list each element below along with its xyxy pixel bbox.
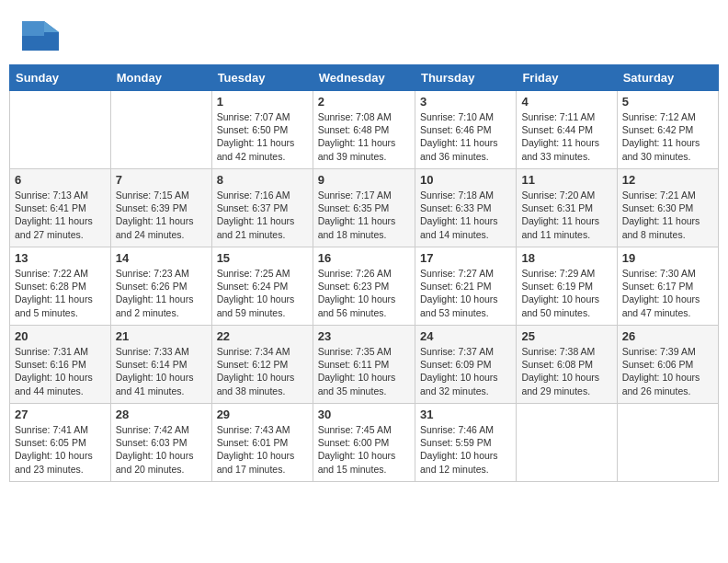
- daylight-text: Daylight: 10 hours and 15 minutes.: [318, 449, 410, 475]
- sunset-text: Sunset: 6:01 PM: [217, 436, 308, 449]
- col-header-friday: Friday: [517, 65, 617, 91]
- sunrise-text: Sunrise: 7:33 AM: [116, 345, 207, 358]
- sunrise-text: Sunrise: 7:23 AM: [116, 267, 207, 280]
- calendar-cell: 27Sunrise: 7:41 AMSunset: 6:05 PMDayligh…: [10, 404, 111, 482]
- col-header-saturday: Saturday: [617, 65, 718, 91]
- sunrise-text: Sunrise: 7:21 AM: [622, 189, 713, 201]
- calendar-cell: 11Sunrise: 7:20 AMSunset: 6:31 PMDayligh…: [517, 169, 617, 247]
- day-number: 19: [622, 251, 713, 265]
- calendar-table: SundayMondayTuesdayWednesdayThursdayFrid…: [9, 64, 719, 482]
- sunrise-text: Sunrise: 7:34 AM: [217, 345, 308, 358]
- calendar-cell: 2Sunrise: 7:08 AMSunset: 6:48 PMDaylight…: [313, 91, 415, 169]
- calendar-cell: 7Sunrise: 7:15 AMSunset: 6:39 PMDaylight…: [110, 169, 211, 247]
- calendar-cell: 9Sunrise: 7:17 AMSunset: 6:35 PMDaylight…: [313, 169, 415, 247]
- day-number: 16: [318, 251, 410, 265]
- day-number: 30: [318, 408, 410, 421]
- sunrise-text: Sunrise: 7:17 AM: [318, 189, 410, 201]
- day-number: 21: [116, 329, 207, 343]
- day-number: 27: [15, 408, 106, 421]
- calendar-cell: 20Sunrise: 7:31 AMSunset: 6:16 PMDayligh…: [10, 326, 111, 404]
- sunset-text: Sunset: 6:23 PM: [318, 280, 410, 293]
- day-number: 23: [318, 329, 410, 343]
- sunrise-text: Sunrise: 7:43 AM: [217, 423, 308, 436]
- sunset-text: Sunset: 6:21 PM: [420, 280, 511, 293]
- sunrise-text: Sunrise: 7:37 AM: [420, 345, 511, 358]
- day-number: 13: [15, 251, 106, 265]
- sunrise-text: Sunrise: 7:45 AM: [318, 423, 410, 436]
- calendar-cell: [110, 91, 211, 169]
- daylight-text: Daylight: 10 hours and 59 minutes.: [217, 293, 308, 318]
- day-number: 9: [318, 173, 410, 187]
- calendar-week-row: 6Sunrise: 7:13 AMSunset: 6:41 PMDaylight…: [10, 169, 719, 247]
- calendar-cell: 5Sunrise: 7:12 AMSunset: 6:42 PMDaylight…: [617, 91, 718, 169]
- sunset-text: Sunset: 6:11 PM: [318, 358, 410, 371]
- daylight-text: Daylight: 10 hours and 23 minutes.: [15, 449, 106, 475]
- sunset-text: Sunset: 6:30 PM: [622, 201, 713, 214]
- sunset-text: Sunset: 6:28 PM: [15, 280, 106, 293]
- calendar-cell: [517, 404, 617, 482]
- daylight-text: Daylight: 10 hours and 29 minutes.: [521, 371, 611, 396]
- daylight-text: Daylight: 11 hours and 24 minutes.: [116, 214, 207, 240]
- daylight-text: Daylight: 10 hours and 53 minutes.: [420, 293, 511, 318]
- calendar-cell: 4Sunrise: 7:11 AMSunset: 6:44 PMDaylight…: [517, 91, 617, 169]
- calendar-header-row: SundayMondayTuesdayWednesdayThursdayFrid…: [10, 65, 719, 91]
- calendar-cell: 28Sunrise: 7:42 AMSunset: 6:03 PMDayligh…: [110, 404, 211, 482]
- sunrise-text: Sunrise: 7:15 AM: [116, 189, 207, 201]
- daylight-text: Daylight: 10 hours and 17 minutes.: [217, 449, 308, 475]
- sunrise-text: Sunrise: 7:13 AM: [15, 189, 106, 201]
- sunrise-text: Sunrise: 7:41 AM: [15, 423, 106, 436]
- day-number: 15: [217, 251, 308, 265]
- sunrise-text: Sunrise: 7:07 AM: [217, 110, 308, 123]
- sunset-text: Sunset: 6:09 PM: [420, 358, 511, 371]
- day-number: 11: [521, 173, 611, 187]
- calendar-cell: [617, 404, 718, 482]
- calendar-cell: 30Sunrise: 7:45 AMSunset: 6:00 PMDayligh…: [313, 404, 415, 482]
- calendar-week-row: 13Sunrise: 7:22 AMSunset: 6:28 PMDayligh…: [10, 247, 719, 326]
- sunset-text: Sunset: 6:33 PM: [420, 201, 511, 214]
- calendar-cell: 23Sunrise: 7:35 AMSunset: 6:11 PMDayligh…: [313, 326, 415, 404]
- day-number: 28: [116, 408, 207, 421]
- day-number: 10: [420, 173, 511, 187]
- col-header-tuesday: Tuesday: [211, 65, 313, 91]
- day-number: 20: [15, 329, 106, 343]
- col-header-wednesday: Wednesday: [313, 65, 415, 91]
- daylight-text: Daylight: 10 hours and 56 minutes.: [318, 293, 410, 318]
- sunset-text: Sunset: 6:12 PM: [217, 358, 308, 371]
- calendar-cell: 25Sunrise: 7:38 AMSunset: 6:08 PMDayligh…: [517, 326, 617, 404]
- day-number: 6: [15, 173, 106, 187]
- sunset-text: Sunset: 6:00 PM: [318, 436, 410, 449]
- calendar-cell: 31Sunrise: 7:46 AMSunset: 5:59 PMDayligh…: [415, 404, 516, 482]
- daylight-text: Daylight: 10 hours and 20 minutes.: [116, 449, 207, 475]
- sunrise-text: Sunrise: 7:25 AM: [217, 267, 308, 280]
- day-number: 5: [622, 95, 713, 109]
- sunset-text: Sunset: 6:44 PM: [521, 123, 611, 136]
- sunrise-text: Sunrise: 7:26 AM: [318, 267, 410, 280]
- sunset-text: Sunset: 6:39 PM: [116, 201, 207, 214]
- calendar-cell: 10Sunrise: 7:18 AMSunset: 6:33 PMDayligh…: [415, 169, 516, 247]
- sunrise-text: Sunrise: 7:22 AM: [15, 267, 106, 280]
- day-number: 3: [420, 95, 511, 109]
- calendar-cell: 22Sunrise: 7:34 AMSunset: 6:12 PMDayligh…: [211, 326, 313, 404]
- day-number: 7: [116, 173, 207, 187]
- daylight-text: Daylight: 10 hours and 38 minutes.: [217, 371, 308, 396]
- sunrise-text: Sunrise: 7:08 AM: [318, 110, 410, 123]
- sunrise-text: Sunrise: 7:27 AM: [420, 267, 511, 280]
- calendar-cell: 13Sunrise: 7:22 AMSunset: 6:28 PMDayligh…: [10, 247, 111, 326]
- calendar-cell: 24Sunrise: 7:37 AMSunset: 6:09 PMDayligh…: [415, 326, 516, 404]
- calendar-cell: 15Sunrise: 7:25 AMSunset: 6:24 PMDayligh…: [211, 247, 313, 326]
- sunrise-text: Sunrise: 7:31 AM: [15, 345, 106, 358]
- day-number: 24: [420, 329, 511, 343]
- daylight-text: Daylight: 11 hours and 39 minutes.: [318, 136, 410, 162]
- svg-rect-4: [22, 21, 44, 36]
- day-number: 25: [521, 329, 611, 343]
- daylight-text: Daylight: 10 hours and 32 minutes.: [420, 371, 511, 396]
- calendar-cell: [10, 91, 111, 169]
- sunset-text: Sunset: 6:03 PM: [116, 436, 207, 449]
- daylight-text: Daylight: 11 hours and 21 minutes.: [217, 214, 308, 240]
- calendar-cell: 1Sunrise: 7:07 AMSunset: 6:50 PMDaylight…: [211, 91, 313, 169]
- daylight-text: Daylight: 11 hours and 8 minutes.: [622, 214, 713, 240]
- day-number: 26: [622, 329, 713, 343]
- sunset-text: Sunset: 6:06 PM: [622, 358, 713, 371]
- sunset-text: Sunset: 6:50 PM: [217, 123, 308, 136]
- calendar-cell: 19Sunrise: 7:30 AMSunset: 6:17 PMDayligh…: [617, 247, 718, 326]
